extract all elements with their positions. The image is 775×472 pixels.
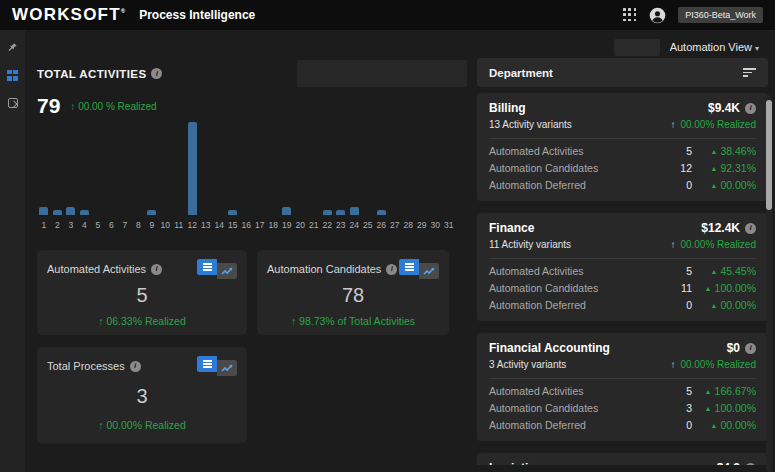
automation-candidates-card: Automation Candidatesi 78 ↑ 98.73% of To… [257, 250, 449, 335]
chart-view-button[interactable] [217, 263, 237, 279]
up-arrow-icon: ↑ [98, 419, 103, 431]
list-view-button[interactable] [399, 259, 419, 275]
metric-percent: ▲38.46% [692, 145, 756, 157]
total-processes-card: Total Processesi 3 ↑ 00.00% Realized [37, 347, 247, 443]
department-card-finance[interactable]: Finance $12.4Ki 11 Activity variants ↑00… [477, 213, 768, 321]
chart-bar-day-9[interactable] [147, 210, 156, 215]
list-view-button[interactable] [197, 259, 217, 275]
metric-percent: ▲166.67% [692, 385, 756, 397]
app-title: Process Intelligence [139, 8, 255, 22]
metric-value: 12 [666, 162, 692, 174]
workspace-badge[interactable]: PI360-Beta_Work [678, 7, 763, 23]
info-icon[interactable]: i [130, 361, 141, 372]
up-arrow-icon: ↑ [670, 359, 675, 370]
chart-view-button[interactable] [217, 360, 237, 376]
department-card-logistics[interactable]: Logistics $4.2i 28 Activity variants ↑00… [477, 453, 768, 465]
department-card-financial-accounting[interactable]: Financial Accounting $0i 3 Activity vari… [477, 333, 768, 441]
toolbar-secondary-control[interactable] [614, 39, 660, 56]
dashboard-icon[interactable] [0, 63, 25, 87]
chart-bar-day-1[interactable] [39, 207, 48, 215]
pin-icon[interactable] [0, 35, 25, 59]
list-view-button[interactable] [197, 356, 217, 372]
department-title: Department [489, 67, 553, 79]
info-icon[interactable]: i [151, 68, 162, 79]
metric-percent: ▲100.00% [692, 402, 756, 414]
chart-bar-day-26[interactable] [377, 210, 386, 215]
reports-icon[interactable] [0, 91, 25, 115]
chevron-down-icon: ▾ [755, 44, 759, 53]
chart-bar-day-22[interactable] [323, 210, 332, 215]
chart-bar-day-12[interactable] [188, 122, 197, 215]
x-axis-tick: 9 [145, 220, 159, 230]
vertical-scrollbar[interactable] [766, 95, 772, 472]
sort-icon[interactable] [743, 68, 756, 77]
chart-bar-slot [267, 122, 281, 215]
x-axis-tick: 5 [91, 220, 105, 230]
info-icon[interactable]: i [745, 463, 756, 466]
info-icon[interactable]: i [745, 343, 756, 354]
user-avatar-icon[interactable] [649, 7, 666, 24]
bar-chart-x-axis: 1234567891011121314151617181920212223242… [37, 220, 467, 230]
top-header-bar: WORKSOFT® Process Intelligence PI360-Bet… [0, 0, 775, 30]
chart-bar-day-2[interactable] [53, 210, 62, 215]
up-triangle-icon: ▲ [705, 285, 712, 292]
x-axis-tick: 10 [159, 220, 173, 230]
x-axis-tick: 4 [78, 220, 92, 230]
apps-grid-icon[interactable] [623, 8, 637, 22]
department-list: Billing $9.4Ki 13 Activity variants ↑00.… [477, 93, 768, 465]
divider [489, 258, 756, 259]
x-axis-tick: 16 [240, 220, 254, 230]
info-icon[interactable]: i [745, 103, 756, 114]
scrollbar-thumb[interactable] [766, 100, 772, 210]
chart-bar-day-4[interactable] [80, 210, 89, 215]
chart-bar-day-19[interactable] [282, 207, 291, 215]
realized-percent: 00.00% Realized [680, 119, 756, 130]
department-amount: $9.4K [708, 101, 740, 115]
chart-bar-slot [321, 122, 335, 215]
left-nav-rail [0, 30, 25, 472]
department-name: Billing [489, 101, 526, 115]
metric-value: 5 [666, 145, 692, 157]
chart-bar-slot [294, 122, 308, 215]
main-content: Automation View▾ TOTAL ACTIVITIESi 79 ↑ … [25, 30, 775, 472]
metric-row: Automated Activities 5 ▲45.45% [489, 262, 756, 279]
metric-row: Automation Deferred 0 ▲00.00% [489, 296, 756, 313]
chart-view-button[interactable] [419, 263, 439, 279]
chart-bar-slot [118, 122, 132, 215]
department-amount: $12.4K [701, 221, 740, 235]
x-axis-tick: 17 [253, 220, 267, 230]
department-amount: $0 [727, 341, 740, 355]
info-icon[interactable]: i [386, 264, 397, 275]
up-triangle-icon: ▲ [710, 268, 717, 275]
card-value: 78 [267, 284, 439, 307]
info-icon[interactable]: i [745, 223, 756, 234]
chart-bar-day-3[interactable] [66, 207, 75, 215]
chart-bar-slot [415, 122, 429, 215]
x-axis-tick: 31 [442, 220, 456, 230]
chart-bar-day-15[interactable] [228, 210, 237, 215]
x-axis-tick: 8 [132, 220, 146, 230]
chart-bar-slot [429, 122, 443, 215]
card-title: Automated Activities [47, 263, 146, 275]
metric-label: Automated Activities [489, 145, 584, 157]
chart-bar-day-24[interactable] [350, 207, 359, 215]
chart-bar-slot [78, 122, 92, 215]
info-icon[interactable]: i [151, 264, 162, 275]
up-triangle-icon: ▲ [710, 182, 717, 189]
metric-row: Automation Candidates 3 ▲100.00% [489, 399, 756, 416]
chart-bar-day-23[interactable] [336, 210, 345, 215]
process-intelligence-dashboard: WORKSOFT® Process Intelligence PI360-Bet… [0, 0, 775, 472]
chart-bar-slot [199, 122, 213, 215]
worksoft-logo: WORKSOFT® [12, 5, 125, 25]
card-delta: ↑ 00.00% Realized [47, 419, 237, 431]
x-axis-tick: 25 [361, 220, 375, 230]
department-panel-header[interactable]: Department [477, 58, 768, 87]
card-value: 3 [47, 385, 237, 408]
department-card-billing[interactable]: Billing $9.4Ki 13 Activity variants ↑00.… [477, 93, 768, 201]
realized-percent: 00.00% Realized [680, 239, 756, 250]
metric-label: Automation Deferred [489, 299, 586, 311]
card-title: Total Processes [47, 360, 125, 372]
view-mode-dropdown[interactable]: Automation View▾ [670, 41, 759, 53]
chart-bar-slot [307, 122, 321, 215]
chart-bar-slot [186, 122, 200, 215]
